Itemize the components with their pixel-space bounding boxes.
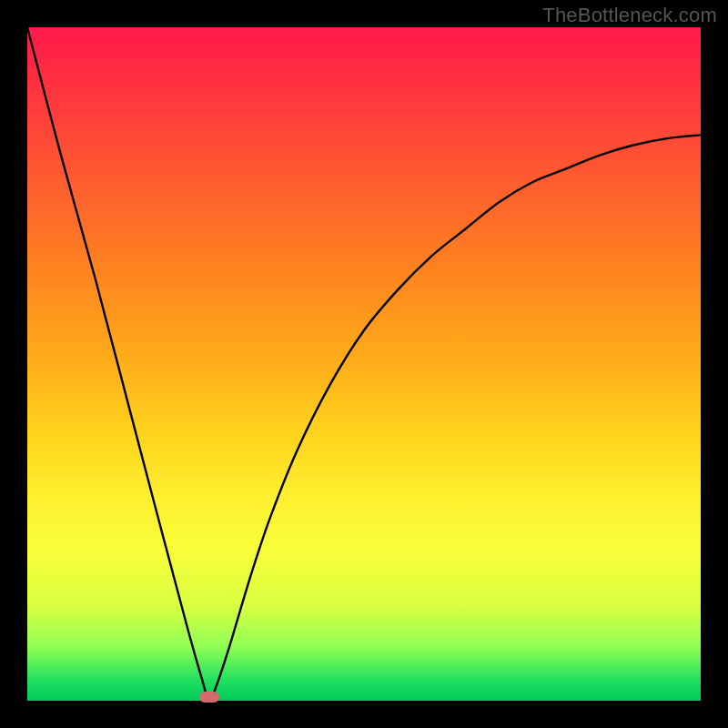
curve-svg — [27, 27, 701, 701]
watermark-text: TheBottleneck.com — [542, 4, 717, 27]
minimum-marker — [199, 692, 219, 703]
chart-frame: TheBottleneck.com — [0, 0, 728, 728]
bottleneck-curve-path — [27, 27, 701, 701]
plot-area — [27, 27, 701, 701]
